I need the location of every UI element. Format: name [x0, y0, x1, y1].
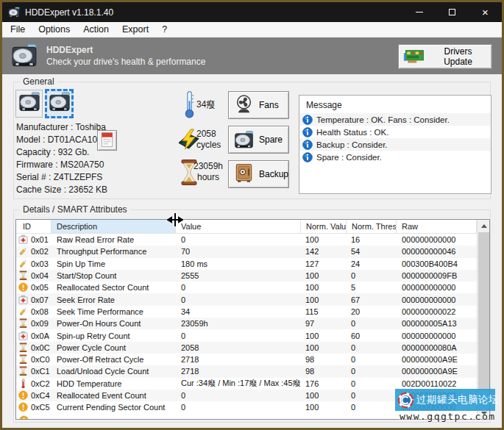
- firstaid-icon: [18, 331, 29, 341]
- row-norm-value: 127: [301, 259, 347, 268]
- drivers-update-button[interactable]: Drivers Update: [398, 44, 492, 69]
- table-row[interactable]: 0x01 Raw Read Error Rate 0 100 16 000000…: [16, 234, 477, 246]
- column-header-id[interactable]: ID: [16, 220, 52, 233]
- menu-options[interactable]: Options: [32, 22, 77, 37]
- thermometer-icon: [184, 90, 195, 119]
- scroll-up-icon[interactable]: [478, 220, 490, 232]
- graphics-card-icon: [403, 49, 425, 65]
- table-row[interactable]: 0x0C Power Cycle Count 2058 100 0 000000…: [16, 342, 477, 354]
- drive-select-button-1[interactable]: [15, 90, 43, 118]
- message-item[interactable]: Health Status : OK.: [299, 126, 491, 138]
- menu-export[interactable]: Export: [116, 22, 155, 37]
- message-panel: Message Temperature : OK. Fans : Conside…: [299, 95, 491, 194]
- menu-file[interactable]: File: [4, 22, 32, 37]
- table-row[interactable]: 0x09 Power-On Hours Count 23059h 97 0 00…: [16, 318, 477, 329]
- drive-firmware: Firmware : MS20A750: [16, 159, 107, 171]
- column-header-norm-value[interactable]: Norm. Value: [301, 220, 347, 233]
- warning-icon: [18, 402, 29, 412]
- row-norm-threshold: 20: [347, 307, 397, 316]
- row-description: Seek Error Rate: [52, 295, 176, 304]
- drive-manufacturer: Manufacturer : Toshiba: [16, 121, 107, 134]
- message-item[interactable]: Spare : Consider.: [299, 151, 491, 163]
- hdd-icon: [49, 92, 71, 115]
- table-row[interactable]: 0xC2 HDD Temperature Cur :34癈 / Min :17癈…: [16, 378, 477, 390]
- row-norm-value: 97: [301, 319, 347, 328]
- row-norm-threshold: 54: [347, 247, 397, 256]
- row-description: Start/Stop Count: [52, 271, 176, 280]
- message-text: Backup : Consider.: [316, 140, 388, 149]
- table-row[interactable]: 0x08 Seek Time Performance 34 115 20 000…: [16, 306, 477, 318]
- row-value: 2058: [176, 343, 301, 352]
- row-norm-threshold: 0: [347, 319, 397, 328]
- row-id: 0x03: [31, 259, 49, 268]
- fans-button[interactable]: Fans: [228, 91, 289, 119]
- spare-button[interactable]: Spare: [228, 126, 289, 154]
- hdd-icon: [18, 92, 40, 115]
- row-id: 0x05: [31, 283, 49, 292]
- table-row[interactable]: 0xC1 Load/Unload Cycle Count 2718 98 0 0…: [16, 365, 477, 377]
- table-row[interactable]: 0xC0 Power-Off Retract Cycle 2718 98 0 0…: [16, 354, 477, 365]
- row-id: 0x07: [31, 295, 49, 304]
- column-header-value[interactable]: Value: [176, 220, 301, 233]
- table-row[interactable]: 0x05 Reallocated Sector Count 0 100 5 00…: [16, 282, 477, 293]
- row-norm-value: 100: [301, 283, 347, 292]
- message-text: Health Status : OK.: [316, 128, 388, 137]
- row-raw: 000000000046: [397, 247, 477, 256]
- table-row[interactable]: 0x02 Throughput Performance 70 142 54 00…: [16, 246, 477, 257]
- message-item[interactable]: Backup : Consider.: [299, 138, 491, 151]
- hdd-icon: [234, 130, 254, 150]
- row-norm-threshold: 24: [347, 259, 397, 268]
- row-raw: 000000000000: [397, 283, 477, 292]
- warning-icon: [18, 390, 29, 401]
- temperature-value: 34癈: [196, 98, 215, 111]
- row-raw: 000000000A9E: [397, 355, 477, 364]
- row-id: 0x09: [31, 319, 49, 328]
- message-text: Spare : Consider.: [316, 153, 382, 162]
- app-tagline: Check your drive's health & performance: [46, 57, 205, 67]
- row-norm-value: 100: [301, 295, 347, 304]
- table-row[interactable]: 0x0A Spin-up Retry Count 0 100 60 000000…: [16, 329, 477, 341]
- row-raw: 000300B400B4: [397, 259, 477, 268]
- row-norm-value: 100: [301, 235, 347, 244]
- row-value: 70: [176, 247, 301, 256]
- column-resize-cursor-icon: [167, 212, 183, 228]
- row-norm-value: 100: [301, 343, 347, 352]
- row-id: 0x0A: [31, 332, 49, 340]
- row-description: Reallocated Sector Count: [52, 283, 176, 292]
- row-value: 0: [176, 332, 301, 340]
- row-value: 2555: [176, 271, 301, 280]
- row-id-cell: 0x08: [16, 307, 52, 317]
- row-id: 0xC4: [31, 391, 50, 400]
- row-raw: 002D00110022: [397, 379, 477, 388]
- menu-action[interactable]: Action: [77, 22, 116, 37]
- row-norm-threshold: 0: [347, 343, 397, 352]
- app-logo-icon: [11, 43, 38, 69]
- table-row[interactable]: 0x07 Seek Error Rate 0 100 67 0000000000…: [16, 293, 477, 305]
- firstaid-icon: [18, 234, 29, 245]
- menu-bar: File Options Action Export ?: [2, 22, 502, 37]
- message-item[interactable]: Temperature : OK. Fans : Consider.: [299, 113, 491, 126]
- backup-button[interactable]: Backup: [228, 160, 289, 188]
- row-id: 0xC5: [31, 403, 50, 412]
- column-header-norm-threshold[interactable]: Norm. Threshold: [347, 220, 397, 233]
- row-norm-value: 142: [301, 247, 347, 256]
- minimize-button[interactable]: [402, 2, 436, 22]
- menu-help[interactable]: ?: [155, 22, 174, 37]
- row-raw: 00000000080A: [397, 343, 477, 352]
- row-id-cell: 0x04: [16, 270, 52, 281]
- close-button[interactable]: ×: [469, 2, 502, 22]
- table-row[interactable]: 0x04 Start/Stop Count 2555 100 0 0000000…: [16, 270, 477, 282]
- scrollbar-thumb[interactable]: [478, 232, 489, 390]
- column-header-raw[interactable]: Raw: [397, 220, 477, 233]
- drive-select-button-2-selected[interactable]: [45, 89, 74, 118]
- fans-label: Fans: [259, 100, 279, 110]
- row-norm-threshold: 16: [347, 235, 397, 244]
- row-id-cell: 0x02: [16, 246, 52, 257]
- row-norm-threshold: 0: [347, 271, 397, 280]
- cycles-number: 2058: [196, 129, 221, 140]
- pdf-report-button[interactable]: [97, 130, 117, 151]
- column-header-description[interactable]: Description: [52, 220, 176, 233]
- maximize-button[interactable]: [436, 2, 469, 22]
- title-bar: HDDExpert v1.18.1.40 ×: [2, 2, 502, 22]
- table-row[interactable]: 0x03 Spin Up Time 180 ms 127 24 000300B4…: [16, 258, 477, 270]
